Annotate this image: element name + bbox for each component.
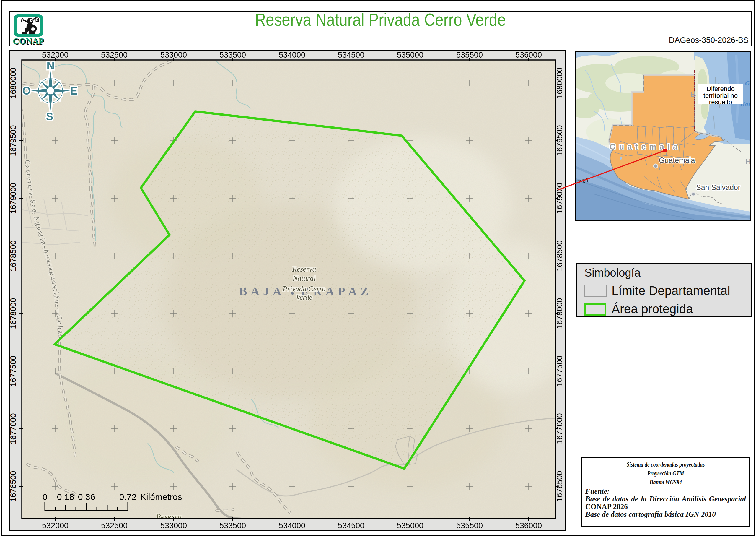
svg-text:532500: 532500 bbox=[101, 521, 128, 530]
svg-text:0: 0 bbox=[43, 492, 47, 502]
svg-text:0.72: 0.72 bbox=[119, 492, 137, 502]
svg-text:Guatemala: Guatemala bbox=[659, 156, 695, 164]
svg-text:B: B bbox=[690, 90, 696, 99]
svg-text:533000: 533000 bbox=[160, 51, 187, 59]
svg-text:535000: 535000 bbox=[397, 521, 424, 530]
svg-text:1680000: 1680000 bbox=[10, 67, 18, 98]
svg-text:San Salvador: San Salvador bbox=[696, 183, 740, 191]
svg-text:1678500: 1678500 bbox=[555, 240, 564, 271]
svg-text:1680000: 1680000 bbox=[555, 67, 564, 98]
svg-text:533000: 533000 bbox=[160, 521, 187, 530]
svg-text:0.18: 0.18 bbox=[57, 492, 74, 502]
svg-text:Natural: Natural bbox=[292, 274, 316, 282]
svg-text:resuelto: resuelto bbox=[709, 98, 732, 106]
svg-text:Reserva: Reserva bbox=[292, 265, 316, 273]
svg-text:1679500: 1679500 bbox=[555, 125, 564, 156]
svg-text:N: N bbox=[47, 60, 55, 72]
svg-text:1679000: 1679000 bbox=[555, 183, 564, 214]
svg-text:535000: 535000 bbox=[397, 51, 424, 59]
svg-text:1678500: 1678500 bbox=[10, 240, 18, 271]
svg-text:H o: H o bbox=[745, 157, 750, 166]
svg-text:Reserva: Reserva bbox=[156, 512, 182, 521]
svg-text:1676500: 1676500 bbox=[10, 471, 18, 502]
svg-text:0.36: 0.36 bbox=[78, 492, 95, 502]
svg-text:Gu: Gu bbox=[745, 80, 750, 87]
svg-text:534000: 534000 bbox=[279, 521, 305, 530]
svg-text:534000: 534000 bbox=[279, 51, 305, 59]
svg-text:1679000: 1679000 bbox=[10, 183, 18, 214]
svg-text:535500: 535500 bbox=[456, 521, 483, 530]
svg-text:Verde: Verde bbox=[296, 293, 312, 301]
svg-text:1677500: 1677500 bbox=[555, 355, 564, 386]
svg-text:CONAP: CONAP bbox=[13, 36, 44, 46]
svg-text:1678000: 1678000 bbox=[555, 298, 564, 329]
svg-text:532000: 532000 bbox=[42, 51, 69, 59]
svg-text:1676500: 1676500 bbox=[555, 471, 564, 502]
svg-text:536000: 536000 bbox=[515, 51, 542, 59]
svg-text:536000: 536000 bbox=[515, 521, 542, 530]
svg-text:S: S bbox=[46, 111, 53, 123]
svg-text:Kilómetros: Kilómetros bbox=[140, 492, 182, 502]
svg-text:534500: 534500 bbox=[338, 521, 364, 530]
svg-text:1678000: 1678000 bbox=[10, 298, 18, 329]
svg-text:1677000: 1677000 bbox=[10, 413, 18, 444]
svg-text:535500: 535500 bbox=[456, 51, 483, 59]
svg-text:532000: 532000 bbox=[42, 521, 69, 530]
svg-text:Privada Cerro: Privada Cerro bbox=[282, 285, 326, 293]
svg-text:O: O bbox=[22, 85, 31, 97]
svg-text:532500: 532500 bbox=[101, 51, 128, 59]
svg-text:533500: 533500 bbox=[219, 521, 246, 530]
svg-text:533500: 533500 bbox=[219, 51, 246, 59]
svg-text:Diferendo: Diferendo bbox=[707, 85, 735, 92]
svg-text:E: E bbox=[70, 85, 78, 97]
svg-text:1677000: 1677000 bbox=[555, 413, 564, 444]
svg-text:534500: 534500 bbox=[338, 51, 364, 59]
svg-text:1677500: 1677500 bbox=[10, 355, 18, 386]
svg-text:G u a t e m a l a: G u a t e m a l a bbox=[610, 143, 678, 151]
svg-text:1679500: 1679500 bbox=[10, 125, 18, 156]
